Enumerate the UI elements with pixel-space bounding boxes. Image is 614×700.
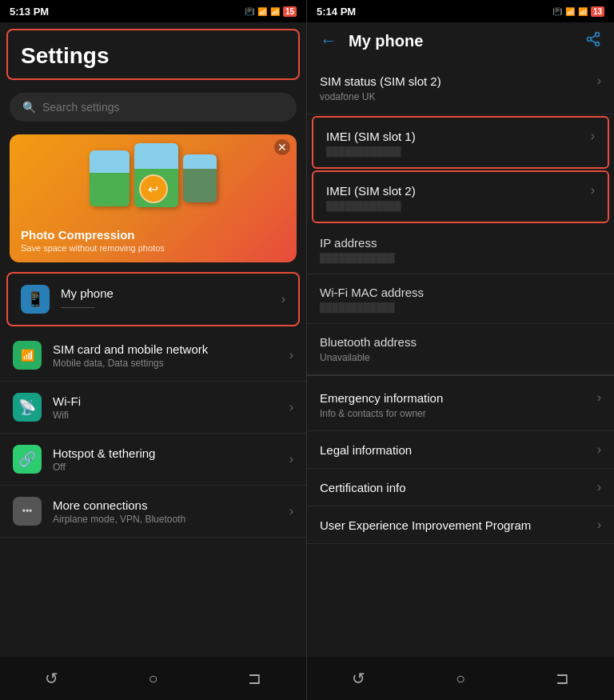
wifi-arrow: › bbox=[289, 400, 293, 414]
wifi-sub: Wifi bbox=[53, 410, 289, 421]
my-phone-icon: 📱 bbox=[21, 285, 50, 314]
info-item-legal[interactable]: Legal information › bbox=[307, 431, 614, 469]
settings-item-wifi[interactable]: 📡 Wi-Fi Wifi › bbox=[0, 382, 306, 434]
ux-program-arrow: › bbox=[597, 518, 601, 532]
settings-item-more-connections[interactable]: ••• More connections Airplane mode, VPN,… bbox=[0, 486, 306, 538]
left-status-bar: 5:13 PM 📳 📶 📶 15 bbox=[0, 0, 306, 22]
my-phone-text: My phone ───── bbox=[61, 286, 281, 313]
bluetooth-title: Bluetooth address bbox=[320, 335, 601, 349]
promo-card[interactable]: ✕ ↩ Photo Compression Save space without… bbox=[10, 134, 297, 262]
info-item-imei-2[interactable]: IMEI (SIM slot 2) › ████████████ bbox=[312, 170, 609, 223]
search-input[interactable] bbox=[42, 101, 284, 114]
imei-1-title: IMEI (SIM slot 1) bbox=[326, 130, 416, 143]
my-phone-title: My phone bbox=[61, 286, 281, 300]
info-item-sim-status[interactable]: SIM status (SIM slot 2) › vodafone UK bbox=[307, 62, 614, 114]
more-connections-sub: Airplane mode, VPN, Bluetooth bbox=[53, 514, 289, 525]
ip-sub: ████████████ bbox=[320, 253, 601, 262]
sim-status-row: SIM status (SIM slot 2) › bbox=[320, 74, 601, 88]
info-item-emergency[interactable]: Emergency information › Info & contacts … bbox=[307, 379, 614, 431]
right-wifi-icon: 📶 bbox=[565, 7, 575, 16]
left-time: 5:13 PM bbox=[10, 6, 49, 18]
hotspot-title: Hotspot & tethering bbox=[53, 446, 289, 460]
settings-title: Settings bbox=[21, 43, 109, 68]
settings-list: 📱 My phone ───── › 📶 SIM card and mobile… bbox=[0, 269, 306, 657]
legal-title: Legal information bbox=[320, 443, 412, 457]
vibrate-icon: 📳 bbox=[245, 7, 254, 16]
certification-arrow: › bbox=[597, 480, 601, 494]
certification-title: Certification info bbox=[320, 481, 406, 494]
wifi-mac-title: Wi-Fi MAC address bbox=[320, 286, 601, 299]
photo-card-1 bbox=[90, 150, 130, 206]
right-time: 5:14 PM bbox=[317, 6, 356, 18]
imei-2-sub: ████████████ bbox=[326, 201, 595, 210]
sim-arrow: › bbox=[289, 348, 293, 362]
right-nav-back[interactable]: ↺ bbox=[336, 662, 381, 694]
right-battery: 13 bbox=[591, 6, 604, 17]
left-battery: 15 bbox=[283, 6, 297, 17]
imei-2-arrow: › bbox=[591, 183, 595, 198]
promo-card-inner: ✕ ↩ Photo Compression Save space without… bbox=[10, 134, 297, 262]
certification-row: Certification info › bbox=[320, 480, 601, 494]
more-connections-arrow: › bbox=[289, 504, 293, 518]
ip-title: IP address bbox=[320, 236, 601, 250]
hotspot-sub: Off bbox=[53, 462, 289, 473]
left-nav-recent[interactable]: ⊐ bbox=[232, 662, 277, 694]
emergency-title: Emergency information bbox=[320, 391, 443, 405]
settings-item-hotspot[interactable]: 🔗 Hotspot & tethering Off › bbox=[0, 434, 306, 486]
promo-subtitle: Save space without removing photos bbox=[21, 243, 285, 253]
sim-title: SIM card and mobile network bbox=[53, 342, 289, 356]
right-header: ← My phone bbox=[307, 22, 614, 62]
left-status-icons: 📳 📶 📶 15 bbox=[245, 6, 297, 17]
hotspot-text: Hotspot & tethering Off bbox=[53, 446, 289, 473]
legal-row: Legal information › bbox=[320, 442, 601, 457]
settings-item-sim[interactable]: 📶 SIM card and mobile network Mobile dat… bbox=[0, 330, 306, 382]
svg-line-4 bbox=[591, 35, 596, 38]
sim-text: SIM card and mobile network Mobile data,… bbox=[53, 342, 289, 369]
info-item-ux-program[interactable]: User Experience Improvement Program › bbox=[307, 506, 614, 544]
imei-1-sub: ████████████ bbox=[326, 146, 595, 156]
info-item-imei-1[interactable]: IMEI (SIM slot 1) › ████████████ bbox=[312, 116, 609, 169]
photo-card-3 bbox=[183, 154, 217, 202]
imei-2-row: IMEI (SIM slot 2) › bbox=[326, 183, 595, 198]
search-icon: 🔍 bbox=[22, 101, 36, 114]
page-title: My phone bbox=[349, 32, 585, 50]
right-signal-icon: 📶 bbox=[578, 7, 588, 16]
right-status-icons: 📳 📶 📶 13 bbox=[552, 6, 604, 17]
right-panel: 5:14 PM 📳 📶 📶 13 ← My phone SIM status (… bbox=[307, 0, 614, 700]
right-nav-recent[interactable]: ⊐ bbox=[540, 662, 585, 694]
settings-item-my-phone[interactable]: 📱 My phone ───── › bbox=[6, 272, 300, 326]
left-bottom-nav: ↺ ○ ⊐ bbox=[0, 657, 306, 700]
imei-1-arrow: › bbox=[591, 129, 595, 143]
wifi-settings-icon: 📡 bbox=[13, 393, 42, 422]
more-connections-text: More connections Airplane mode, VPN, Blu… bbox=[53, 498, 289, 525]
ux-program-row: User Experience Improvement Program › bbox=[320, 518, 601, 532]
info-item-certification[interactable]: Certification info › bbox=[307, 469, 614, 506]
ux-program-title: User Experience Improvement Program bbox=[320, 518, 531, 532]
right-nav-home[interactable]: ○ bbox=[440, 663, 481, 694]
info-item-bluetooth: Bluetooth address Unavailable bbox=[307, 324, 614, 376]
wifi-title: Wi-Fi bbox=[53, 394, 289, 408]
more-connections-icon: ••• bbox=[13, 497, 42, 526]
sim-status-title: SIM status (SIM slot 2) bbox=[320, 74, 441, 88]
imei-1-row: IMEI (SIM slot 1) › bbox=[326, 129, 595, 143]
info-item-ip: IP address ████████████ bbox=[307, 225, 614, 274]
left-nav-home[interactable]: ○ bbox=[132, 663, 173, 694]
emergency-row: Emergency information › bbox=[320, 390, 601, 405]
signal-icon: 📶 bbox=[270, 7, 280, 16]
back-button[interactable]: ← bbox=[320, 30, 337, 51]
wifi-mac-sub: ████████████ bbox=[320, 302, 601, 312]
emergency-sub: Info & contacts for owner bbox=[320, 408, 601, 419]
left-panel: 5:13 PM 📳 📶 📶 15 Settings 🔍 ✕ ↩ Photo Co… bbox=[0, 0, 307, 700]
promo-center-icon: ↩ bbox=[139, 174, 168, 203]
sim-sub: Mobile data, Data settings bbox=[53, 358, 289, 369]
sim-status-sub: vodafone UK bbox=[320, 91, 601, 102]
imei-2-title: IMEI (SIM slot 2) bbox=[326, 184, 416, 198]
svg-line-3 bbox=[591, 40, 596, 42]
bluetooth-sub: Unavailable bbox=[320, 352, 601, 363]
left-nav-back[interactable]: ↺ bbox=[29, 662, 74, 694]
promo-images: ↩ bbox=[10, 134, 297, 222]
wifi-text: Wi-Fi Wifi bbox=[53, 394, 289, 421]
search-bar[interactable]: 🔍 bbox=[10, 93, 297, 122]
share-button[interactable] bbox=[585, 31, 601, 51]
info-list: SIM status (SIM slot 2) › vodafone UK IM… bbox=[307, 62, 614, 657]
